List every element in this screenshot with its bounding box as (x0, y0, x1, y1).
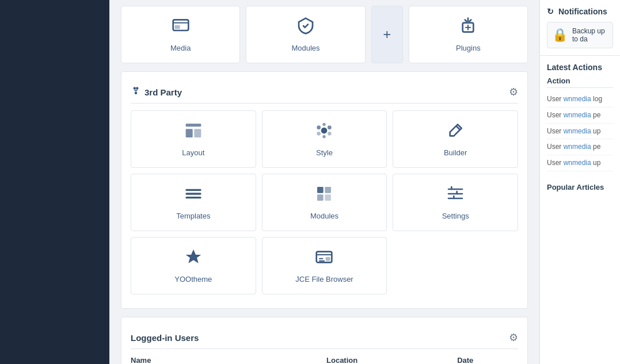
card-modules[interactable]: Modules (246, 6, 365, 63)
action-prefix-2: User (547, 127, 564, 135)
third-party-gear-icon[interactable]: ⚙ (509, 86, 518, 98)
svg-point-3 (134, 87, 136, 90)
svg-rect-20 (317, 187, 324, 193)
yootheme-label: YOOtheme (174, 275, 212, 283)
action-link-0[interactable]: wnmedia (564, 95, 591, 103)
backup-text: Backup up to da (572, 27, 608, 43)
svg-point-13 (317, 132, 321, 136)
third-party-title: 3rd Party (131, 86, 182, 98)
modules-label: Modules (291, 44, 319, 52)
action-suffix-3: pe (591, 143, 601, 151)
settings-label: Settings (442, 212, 469, 220)
card-modules2[interactable]: Modules (262, 174, 387, 231)
action-col-label: Action (547, 76, 613, 88)
top-cards-row: Media Modules + (121, 6, 528, 63)
third-party-icon (131, 86, 141, 98)
notifications-section: ↻ Notifications 🔒 Backup up to da (540, 0, 620, 56)
card-jce[interactable]: JCE File Browser (262, 237, 387, 294)
svg-point-16 (323, 135, 326, 138)
action-suffix-4: up (591, 159, 601, 167)
logged-in-users-title: Logged-in Users (131, 333, 199, 343)
card-templates[interactable]: Templates (131, 174, 256, 231)
card-yootheme[interactable]: YOOtheme (131, 237, 256, 294)
notifications-title: ↻ Notifications (547, 7, 613, 16)
svg-rect-31 (326, 257, 330, 261)
svg-point-11 (317, 125, 321, 129)
yootheme-icon (184, 248, 203, 270)
plugins-icon (459, 17, 477, 39)
jce-icon (315, 248, 333, 270)
card-settings[interactable]: Settings (393, 174, 518, 231)
action-suffix-2: up (591, 127, 601, 135)
svg-rect-22 (317, 194, 324, 201)
logged-in-users-section: Logged-in Users ⚙ Name Location Date (121, 317, 528, 364)
third-party-row3: YOOtheme JCE File Browser (131, 237, 518, 294)
main-content: Media Modules + (109, 0, 539, 364)
svg-point-5 (135, 92, 138, 95)
svg-rect-7 (185, 124, 201, 127)
style-icon (315, 121, 333, 144)
backup-notification[interactable]: 🔒 Backup up to da (547, 22, 613, 48)
svg-point-14 (328, 132, 332, 136)
empty-placeholder (393, 237, 518, 294)
layout-icon (184, 121, 203, 144)
templates-icon (184, 185, 203, 207)
action-item-4: User wnmedia up (547, 155, 613, 171)
backup-icon: 🔒 (552, 28, 568, 43)
style-label: Style (316, 148, 333, 157)
right-panel: ↻ Notifications 🔒 Backup up to da Latest… (539, 0, 620, 364)
svg-point-10 (321, 128, 328, 134)
modules-icon (296, 17, 315, 39)
svg-point-12 (328, 125, 332, 129)
table-header: Name Location Date (131, 356, 518, 364)
card-builder[interactable]: Builder (393, 110, 518, 168)
col-location: Location (272, 356, 413, 364)
action-item-3: User wnmedia pe (547, 139, 613, 155)
svg-rect-8 (185, 129, 192, 137)
card-media[interactable]: Media (121, 6, 240, 63)
third-party-section: 3rd Party ⚙ Layout (121, 71, 528, 309)
svg-rect-21 (325, 187, 332, 193)
notifications-label: Notifications (558, 7, 607, 16)
action-suffix-0: log (591, 95, 602, 103)
plugins-label: Plugins (456, 44, 481, 52)
popular-articles-title: Popular Articles (540, 178, 620, 194)
svg-point-15 (323, 123, 326, 126)
action-prefix-0: User (547, 95, 564, 103)
svg-point-4 (136, 87, 139, 90)
action-link-1[interactable]: wnmedia (564, 111, 591, 119)
add-icon: + (383, 26, 391, 43)
action-item-2: User wnmedia up (547, 124, 613, 140)
action-link-3[interactable]: wnmedia (564, 143, 591, 151)
modules2-icon (315, 185, 333, 207)
action-prefix-4: User (547, 159, 564, 167)
add-button[interactable]: + (371, 6, 403, 63)
layout-label: Layout (182, 148, 204, 157)
card-plugins[interactable]: Plugins (409, 6, 528, 63)
jce-label: JCE File Browser (295, 275, 353, 283)
card-layout[interactable]: Layout (131, 110, 256, 168)
third-party-row2: Templates Modules (131, 174, 518, 231)
templates-label: Templates (176, 212, 210, 220)
settings-icon (446, 185, 465, 207)
third-party-header: 3rd Party ⚙ (131, 80, 518, 104)
action-suffix-1: pe (591, 111, 601, 119)
action-item-0: User wnmedia log (547, 91, 613, 108)
svg-rect-9 (194, 129, 201, 137)
media-icon (172, 17, 190, 39)
builder-label: Builder (444, 148, 467, 157)
col-date: Date (412, 356, 518, 364)
third-party-row1: Layout Style (131, 110, 518, 168)
builder-icon (446, 121, 465, 144)
third-party-label: 3rd Party (144, 87, 182, 97)
action-link-4[interactable]: wnmedia (564, 159, 591, 167)
logged-in-users-gear-icon[interactable]: ⚙ (509, 331, 518, 344)
action-prefix-1: User (547, 111, 564, 119)
logged-in-users-header: Logged-in Users ⚙ (131, 325, 518, 349)
card-style[interactable]: Style (262, 110, 387, 168)
svg-rect-23 (325, 194, 332, 201)
action-item-1: User wnmedia pe (547, 108, 613, 124)
logged-in-users-label: Logged-in Users (131, 333, 199, 343)
svg-rect-1 (174, 25, 180, 29)
action-link-2[interactable]: wnmedia (564, 127, 591, 135)
